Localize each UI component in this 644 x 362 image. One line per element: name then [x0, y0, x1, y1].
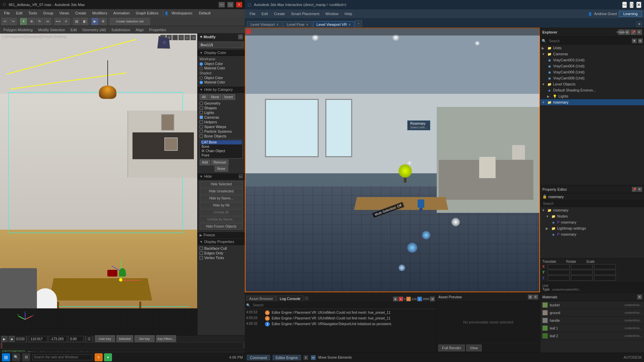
cameras-row[interactable]: Cameras: [200, 115, 243, 119]
add-tab-btn[interactable]: +: [355, 20, 362, 27]
asset-browser-tab[interactable]: Asset Browser: [246, 296, 276, 301]
taskbar-search[interactable]: [32, 354, 93, 360]
explorer-close[interactable]: ✕: [637, 29, 642, 35]
add-btn[interactable]: Add: [200, 160, 210, 165]
vertex-row[interactable]: Vertex Ticks: [200, 256, 243, 260]
mat-row-leaf1[interactable]: leaf 1 content/mo...: [540, 324, 644, 332]
log-clear-btn[interactable]: 🗑: [393, 297, 398, 301]
bones-check[interactable]: [200, 134, 203, 138]
shaded-obj-color[interactable]: Object Color: [200, 76, 243, 80]
play-btn[interactable]: ▶: [1, 336, 7, 342]
select-btn[interactable]: ✦: [20, 18, 27, 25]
helpers-check[interactable]: [200, 120, 203, 124]
tab-level-flow-close[interactable]: ✕: [306, 23, 309, 26]
shapes-row[interactable]: Shapes: [200, 106, 243, 110]
right-menu-window[interactable]: Window: [323, 11, 341, 16]
maximize-btn-left[interactable]: □: [227, 2, 233, 7]
particles-check[interactable]: [200, 130, 203, 133]
status-move-icon[interactable]: ⇔: [311, 355, 316, 360]
bones-row[interactable]: Bone Objects: [200, 134, 243, 138]
ribbon-btn[interactable]: ◧: [81, 18, 88, 25]
right-menu-edit[interactable]: Edit: [259, 11, 271, 16]
mat-close[interactable]: ✕: [637, 295, 642, 299]
explorer-pin[interactable]: 📌: [631, 29, 636, 35]
redo-btn[interactable]: ↪: [9, 18, 17, 25]
list-item-bone[interactable]: Bone: [201, 144, 242, 149]
right-menu-help[interactable]: Help: [342, 11, 355, 16]
list-item-catbone[interactable]: CAT Bone: [201, 140, 242, 144]
add-panel-btn[interactable]: +: [304, 296, 309, 301]
mirror-btn[interactable]: ⟺: [54, 18, 62, 25]
maximize-btn-right[interactable]: □: [630, 2, 634, 8]
backface-check[interactable]: [200, 247, 203, 250]
layer-btn[interactable]: ▤: [73, 18, 80, 25]
set-key-btn[interactable]: Set Key: [135, 335, 155, 343]
prop-editor-pin[interactable]: 📌: [632, 187, 637, 192]
invert-btn[interactable]: Invert: [222, 94, 235, 100]
prop-tree-rosemary-root[interactable]: ▼ 📁 rosemary: [540, 207, 644, 213]
menu-modifiers[interactable]: Modifiers: [90, 10, 110, 16]
menu-file[interactable]: File: [1, 10, 13, 16]
right-menu-smart[interactable]: Smart Placement: [288, 11, 322, 16]
log-console-tab[interactable]: Log Console: [277, 296, 304, 301]
prop-tree-rosemary-node[interactable]: ◈ P rosemary: [540, 219, 644, 225]
tab-level-viewport-vr[interactable]: Level Viewport VR ✕: [313, 21, 355, 27]
task-btn-2[interactable]: ⊟: [22, 353, 30, 361]
move-btn[interactable]: ⊕: [28, 18, 35, 25]
none-btn-bone[interactable]: None: [215, 166, 228, 172]
vp-red-indicator[interactable]: [246, 29, 251, 34]
shaded-mat-radio[interactable]: [200, 81, 203, 84]
unhide-by-name-btn[interactable]: Unhide by Name...: [200, 216, 243, 223]
windows-start-btn[interactable]: ⊞: [2, 353, 10, 361]
vertex-check[interactable]: [200, 256, 203, 259]
log-settings-btn[interactable]: ⚙: [430, 297, 435, 301]
remove-btn[interactable]: Remove: [211, 160, 228, 165]
full-render-btn[interactable]: Full Render: [438, 345, 465, 351]
align-btn[interactable]: ≡: [62, 18, 70, 25]
command-tab[interactable]: Command: [247, 355, 270, 360]
explorer-filter[interactable]: ▼: [632, 39, 637, 43]
vp-btn-3[interactable]: ⬛: [172, 35, 178, 40]
create-selection-btn[interactable]: Create Selection Set: [110, 18, 150, 25]
selected-mode-btn[interactable]: Selected: [116, 335, 133, 343]
translate-y-input[interactable]: 2.591: [548, 270, 570, 275]
close-btn-left[interactable]: ✕: [236, 2, 242, 7]
ribbon-geometry[interactable]: Geometry (All): [80, 28, 108, 32]
menu-edit[interactable]: Edit: [13, 10, 25, 16]
prop-tree-rosemary-lm[interactable]: ◈ P rosemary: [540, 231, 644, 237]
log-warn-filter[interactable]: ⚠: [406, 297, 411, 301]
lights-row[interactable]: Lights: [200, 111, 243, 115]
wireframe-obj-radio[interactable]: [200, 62, 203, 66]
main-viewport[interactable]: [+][Perspective][Standard][Default Shadi…: [0, 34, 197, 335]
timeline-track[interactable]: [1, 342, 244, 349]
ribbon-edit[interactable]: Edit: [68, 28, 79, 32]
tree-default-shading[interactable]: ◈ Default Shading Environ...: [540, 87, 644, 93]
hide-by-hit-btn[interactable]: Hide by Hit: [200, 202, 243, 208]
right-vr-viewport[interactable]: Rosemary Select with... Multi-Selection:…: [245, 27, 540, 292]
tab-level-flow[interactable]: Level Flow ✕: [283, 21, 312, 27]
wireframe-obj-color[interactable]: Object Color: [200, 62, 243, 66]
stop-btn[interactable]: ■: [9, 336, 15, 342]
key-filters-btn[interactable]: Key Filters...: [156, 335, 176, 343]
edges-row[interactable]: Edges Only: [200, 251, 243, 255]
taskbar-app-chrome[interactable]: ●: [104, 353, 112, 361]
hide-category-section-header[interactable]: ▼ Hide by Category: [198, 86, 245, 93]
tree-cameras[interactable]: ▼ 📁 Cameras: [540, 51, 644, 57]
edges-check[interactable]: [200, 251, 203, 255]
tree-vrycam008[interactable]: ◉ VrayCam008 (Unit): [540, 75, 644, 81]
render-settings-btn[interactable]: ⚙: [99, 18, 107, 25]
rotate-y-input[interactable]: 36.6065: [571, 270, 593, 275]
tree-vrycam004[interactable]: ◉ VrayCam004 (Unit): [540, 63, 644, 69]
tree-units[interactable]: ▶ 📁 Units: [540, 45, 644, 51]
menu-views[interactable]: Views: [57, 10, 72, 16]
minimize-btn-left[interactable]: ─: [219, 2, 225, 7]
shapes-check[interactable]: [200, 106, 203, 110]
vp-btn-6[interactable]: ◁: [191, 35, 196, 40]
rotate-btn[interactable]: ↻: [36, 18, 43, 25]
hide-selected-btn[interactable]: Hide Selected: [200, 181, 243, 187]
auto-key-btn[interactable]: Auto Key: [95, 335, 115, 343]
vp-btn-5[interactable]: ▷: [184, 35, 190, 40]
hide-section-toggle[interactable]: ─: [239, 174, 243, 178]
translate-x-input[interactable]: -1.34: [548, 264, 570, 269]
scale-y-input[interactable]: 0.8733: [594, 270, 616, 275]
